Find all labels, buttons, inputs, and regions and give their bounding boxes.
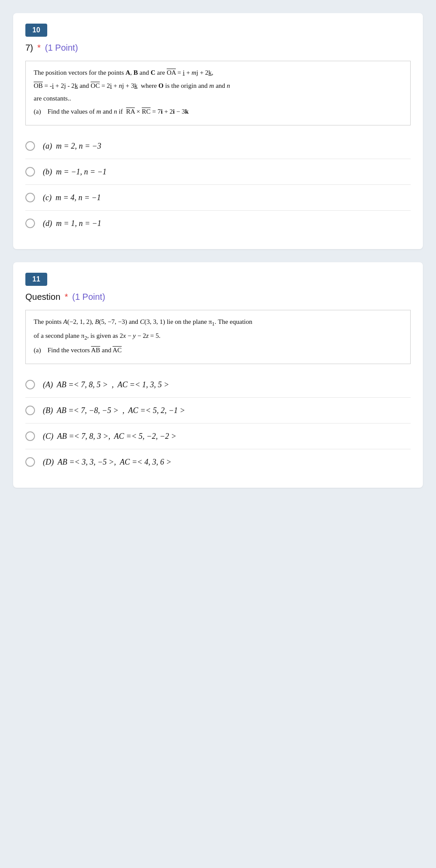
- option-11B[interactable]: (B) AB =< 7, −8, −5 > , AC =< 5, 2, −1 >: [25, 398, 411, 424]
- option-11A[interactable]: (A) AB =< 7, 8, 5 > , AC =< 1, 3, 5 >: [25, 372, 411, 398]
- context-line-2: OB = -i + 2j - 2k and OC = 2i + nj + 3k …: [34, 80, 402, 92]
- radio-11C[interactable]: [25, 431, 35, 441]
- question-10-asterisk: *: [37, 43, 41, 52]
- question-11-prefix: Question: [25, 292, 60, 302]
- option-10d[interactable]: (d) m = 1, n = −1: [25, 211, 411, 236]
- option-10c[interactable]: (c) m = 4, n = −1: [25, 185, 411, 211]
- radio-10a[interactable]: [25, 141, 35, 151]
- question-10-points: (1 Point): [45, 43, 78, 52]
- context11-line-2: of a second plane π2, is given as 2x − y…: [34, 330, 402, 343]
- question-11-badge: 11: [25, 273, 47, 286]
- option-11A-label: (A) AB =< 7, 8, 5 > , AC =< 1, 3, 5 >: [43, 380, 169, 389]
- option-10b[interactable]: (b) m = −1, n = −1: [25, 159, 411, 185]
- question-11-title: Question * (1 Point): [25, 292, 411, 302]
- question-10-block: 10 7) * (1 Point) The position vectors f…: [13, 13, 423, 249]
- question-10-badge: 10: [25, 24, 47, 37]
- radio-11B[interactable]: [25, 406, 35, 415]
- question-10-options: (a) m = 2, n = −3 (b) m = −1, n = −1 (c)…: [25, 133, 411, 236]
- context-line-1: The position vectors for the points A, B…: [34, 67, 402, 79]
- question-11-options: (A) AB =< 7, 8, 5 > , AC =< 1, 3, 5 > (B…: [25, 372, 411, 475]
- context-line-4: (a) Find the values of m and n if RA × R…: [34, 106, 402, 118]
- option-10c-label: (c) m = 4, n = −1: [43, 193, 101, 202]
- option-10b-label: (b) m = −1, n = −1: [43, 167, 107, 177]
- option-11D[interactable]: (D) AB =< 3, 3, −5 >, AC =< 4, 3, 6 >: [25, 449, 411, 475]
- option-11C[interactable]: (C) AB =< 7, 8, 3 >, AC =< 5, −2, −2 >: [25, 424, 411, 449]
- page: 10 7) * (1 Point) The position vectors f…: [0, 0, 436, 514]
- question-10-prefix: 7): [25, 43, 33, 52]
- context-line-3: are constants..: [34, 93, 402, 104]
- option-11D-label: (D) AB =< 3, 3, −5 >, AC =< 4, 3, 6 >: [43, 458, 171, 467]
- context11-line-3: (a) Find the vectors AB and AC: [34, 345, 402, 356]
- option-10a[interactable]: (a) m = 2, n = −3: [25, 133, 411, 159]
- option-10a-label: (a) m = 2, n = −3: [43, 142, 101, 151]
- radio-11A[interactable]: [25, 380, 35, 389]
- option-11C-label: (C) AB =< 7, 8, 3 >, AC =< 5, −2, −2 >: [43, 432, 176, 441]
- radio-11D[interactable]: [25, 457, 35, 467]
- option-10d-label: (d) m = 1, n = −1: [43, 219, 101, 228]
- radio-10d[interactable]: [25, 219, 35, 228]
- question-11-points: (1 Point): [72, 292, 105, 302]
- question-11-block: 11 Question * (1 Point) The points A(−2,…: [13, 262, 423, 488]
- question-11-context: The points A(−2, 1, 2), B(5, −7, −3) and…: [25, 310, 411, 364]
- context11-line-1: The points A(−2, 1, 2), B(5, −7, −3) and…: [34, 316, 402, 329]
- option-11B-label: (B) AB =< 7, −8, −5 > , AC =< 5, 2, −1 >: [43, 406, 185, 415]
- question-11-asterisk: *: [65, 292, 68, 302]
- radio-10c[interactable]: [25, 193, 35, 202]
- question-10-context: The position vectors for the points A, B…: [25, 61, 411, 125]
- radio-10b[interactable]: [25, 167, 35, 177]
- question-10-title: 7) * (1 Point): [25, 43, 411, 53]
